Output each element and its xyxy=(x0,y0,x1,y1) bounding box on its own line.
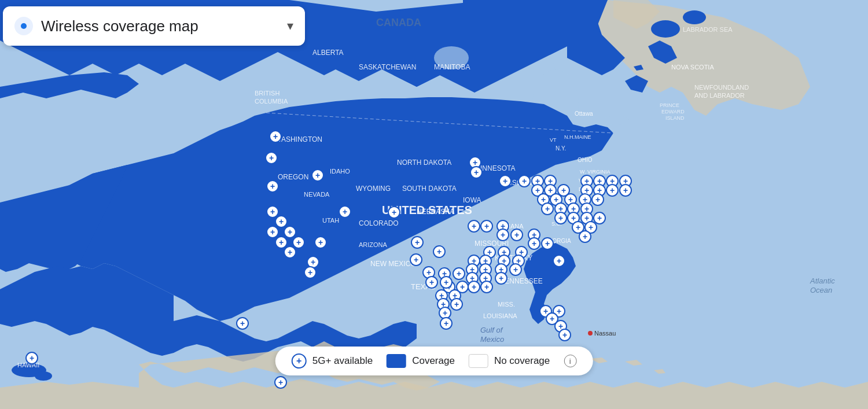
plus-marker[interactable]: + xyxy=(470,166,483,179)
svg-text:OREGON: OREGON xyxy=(278,173,308,181)
plus-marker[interactable]: + xyxy=(591,193,604,206)
plus-marker[interactable]: + xyxy=(440,317,453,330)
svg-text:Gulf ofMexico: Gulf ofMexico xyxy=(480,326,504,344)
plus-marker[interactable]: + xyxy=(619,184,632,197)
plus-marker[interactable]: + xyxy=(528,237,540,250)
plus-marker[interactable]: + xyxy=(499,175,512,187)
svg-text:MAINE: MAINE xyxy=(575,134,591,140)
legend-coverage-label: Coverage xyxy=(412,355,455,367)
svg-text:IOWA: IOWA xyxy=(463,196,481,204)
plus-marker[interactable]: + xyxy=(284,246,296,259)
legend-no-coverage-item: No coverage xyxy=(469,354,550,368)
plus-marker[interactable]: + xyxy=(510,229,523,241)
wireless-icon xyxy=(14,17,33,35)
plus-marker[interactable]: + xyxy=(265,152,278,164)
svg-text:LABRADOR SEA: LABRADOR SEA xyxy=(683,26,733,33)
plus-marker[interactable]: + xyxy=(453,267,465,280)
map-container: CANADA UNITED STATES WASHINGTON OREGON A… xyxy=(0,0,868,409)
no-coverage-box xyxy=(469,354,488,368)
svg-text:N.Y.: N.Y. xyxy=(556,145,566,152)
plus-marker[interactable]: + xyxy=(25,352,38,364)
svg-text:CANADA: CANADA xyxy=(376,17,421,28)
svg-text:MANITOBA: MANITOBA xyxy=(434,63,470,71)
svg-point-7 xyxy=(604,116,629,125)
svg-text:COLORADO: COLORADO xyxy=(359,219,399,227)
svg-text:LOUISIANA: LOUISIANA xyxy=(483,312,517,319)
plus-marker[interactable]: + xyxy=(274,376,287,389)
plus-marker[interactable]: + xyxy=(480,281,493,293)
svg-text:Ottawa: Ottawa xyxy=(575,110,593,117)
plus-marker[interactable]: + xyxy=(558,329,571,341)
legend-bar: + 5G+ available Coverage No coverage i xyxy=(275,347,593,375)
svg-text:SOUTH DAKOTA: SOUTH DAKOTA xyxy=(402,185,457,193)
plus-marker[interactable]: + xyxy=(410,253,422,266)
plus-marker[interactable]: + xyxy=(450,298,463,311)
svg-text:ALBERTA: ALBERTA xyxy=(312,49,344,57)
plus-marker[interactable]: + xyxy=(440,276,453,289)
plus-marker[interactable]: + xyxy=(509,263,522,276)
legend-5g-item: + 5G+ available xyxy=(292,353,373,369)
svg-point-12 xyxy=(683,10,706,24)
svg-text:SASKATCHEWAN: SASKATCHEWAN xyxy=(359,63,416,71)
plus-marker[interactable]: + xyxy=(425,276,438,289)
svg-text:WASHINGTON: WASHINGTON xyxy=(275,135,322,143)
plus-marker[interactable]: + xyxy=(518,175,531,187)
plus-marker[interactable]: + xyxy=(266,226,279,238)
legend-no-coverage-label: No coverage xyxy=(494,355,550,367)
plus-marker[interactable]: + xyxy=(269,130,282,143)
svg-text:IDAHO: IDAHO xyxy=(330,168,350,175)
plus-marker[interactable]: + xyxy=(480,220,493,233)
svg-text:UTAH: UTAH xyxy=(322,217,339,224)
plus-marker[interactable]: + xyxy=(606,184,619,197)
title-bar[interactable]: Wireless coverage map ▾ xyxy=(3,6,305,46)
svg-text:OHIO: OHIO xyxy=(578,157,593,163)
svg-text:AtlanticOcean: AtlanticOcean xyxy=(810,277,835,294)
legend-5g-label: 5G+ available xyxy=(312,355,373,367)
page-title: Wireless coverage map xyxy=(41,17,287,35)
svg-point-61 xyxy=(588,331,593,336)
svg-text:W. VIRGINIA: W. VIRGINIA xyxy=(580,169,610,175)
legend-coverage-item: Coverage xyxy=(387,354,455,368)
plus-marker[interactable]: + xyxy=(495,272,507,285)
svg-text:WYOMING: WYOMING xyxy=(356,185,391,193)
plus-marker[interactable]: + xyxy=(314,236,327,249)
svg-text:NOVA SCOTIA: NOVA SCOTIA xyxy=(671,64,714,71)
svg-text:Nassau: Nassau xyxy=(594,330,616,337)
plus-marker[interactable]: + xyxy=(284,226,296,238)
svg-text:NEVADA: NEVADA xyxy=(304,191,330,198)
plus-marker[interactable]: + xyxy=(388,206,400,219)
plus-marker[interactable]: + xyxy=(311,169,324,182)
info-icon[interactable]: i xyxy=(564,355,576,367)
plus-marker[interactable]: + xyxy=(541,202,554,215)
plus-marker[interactable]: + xyxy=(236,317,249,330)
plus-marker[interactable]: + xyxy=(304,266,317,279)
chevron-down-icon: ▾ xyxy=(287,19,293,34)
plus-marker[interactable]: + xyxy=(553,255,565,267)
svg-text:N.H.: N.H. xyxy=(564,134,575,140)
svg-text:NEBRASKA: NEBRASKA xyxy=(417,208,454,216)
svg-point-10 xyxy=(35,371,52,381)
5g-icon: + xyxy=(292,353,307,369)
svg-text:NORTH DAKOTA: NORTH DAKOTA xyxy=(397,159,451,167)
svg-text:NEW MEXICO: NEW MEXICO xyxy=(370,260,416,268)
coverage-box xyxy=(387,354,406,368)
plus-marker[interactable]: + xyxy=(292,236,305,249)
plus-marker[interactable]: + xyxy=(433,245,446,258)
plus-marker[interactable]: + xyxy=(554,212,567,224)
plus-marker[interactable]: + xyxy=(541,237,554,250)
svg-text:ARIZONA: ARIZONA xyxy=(359,241,388,248)
plus-marker[interactable]: + xyxy=(266,180,279,193)
plus-marker[interactable]: + xyxy=(496,229,509,241)
plus-marker[interactable]: + xyxy=(468,220,480,233)
plus-marker[interactable]: + xyxy=(339,205,351,218)
svg-text:MISS.: MISS. xyxy=(498,301,515,308)
svg-text:VT: VT xyxy=(550,137,557,143)
svg-point-11 xyxy=(651,20,680,38)
plus-marker[interactable]: + xyxy=(579,230,591,243)
plus-marker[interactable]: + xyxy=(275,215,288,228)
plus-marker[interactable]: + xyxy=(411,236,424,249)
plus-marker[interactable]: + xyxy=(468,281,480,293)
